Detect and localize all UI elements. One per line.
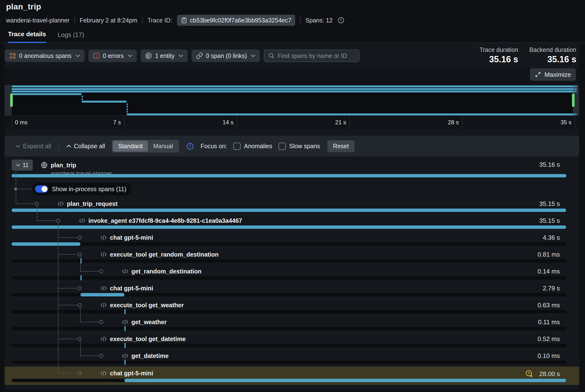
span-row[interactable]: chat gpt-5-mini2.79 s <box>5 282 579 299</box>
span-row[interactable]: execute_tool get_datetime0.52 ms <box>5 333 579 350</box>
collapse-all-button[interactable]: Collapse all <box>66 143 105 150</box>
span-row[interactable]: plan_trip_request35.15 s <box>5 198 579 214</box>
minimap-row <box>12 90 577 93</box>
span-name: chat gpt-5-mini <box>100 284 153 292</box>
code-icon <box>100 336 107 342</box>
slow-spans-checkbox[interactable]: Slow spans <box>278 143 320 150</box>
trace-id-label: Trace ID: <box>148 17 172 24</box>
span-name: plan_trip_request <box>57 200 118 207</box>
anomaly-icon <box>9 52 16 60</box>
page-title: plan_trip <box>6 2 41 11</box>
span-duration: 0.14 ms <box>538 268 560 275</box>
span-search <box>264 50 359 62</box>
gantt-bar[interactable] <box>12 208 566 212</box>
minimap-bar <box>82 98 83 100</box>
axis-tick <box>575 116 575 130</box>
span-row[interactable]: invoke_agent e37fdcf8-9ca4-4e8b-9281-c1e… <box>5 214 579 232</box>
backend-duration-value: 35.16 s <box>529 54 576 64</box>
axis-tick <box>349 116 350 130</box>
mode-standard[interactable]: Standard <box>113 141 148 152</box>
brush-handle-right[interactable] <box>572 94 574 107</box>
search-input[interactable] <box>278 52 355 60</box>
toggle-switch-on[interactable] <box>35 186 48 192</box>
tab-bar: Trace details Logs (17) <box>0 29 585 43</box>
checkbox-icon <box>278 143 286 150</box>
gantt-bar[interactable] <box>124 379 566 382</box>
errors-label: 0 errors <box>103 52 124 60</box>
in-process-toggle[interactable]: Show in-process spans (11) <box>32 183 132 195</box>
minimap-bar <box>82 101 127 102</box>
span-duration: 35.15 s <box>539 217 560 224</box>
span-row[interactable]: chat gpt-5-mini4.36 s <box>5 232 579 248</box>
axis-tick-label: 14 s <box>222 119 233 126</box>
anomalies-checkbox[interactable]: Anomalies <box>233 143 272 150</box>
entity-icon <box>145 52 152 60</box>
span-duration: 35.15 s <box>539 200 560 208</box>
gantt-tick[interactable] <box>124 360 126 365</box>
expand-all-label: Expand all <box>23 143 51 150</box>
minimap-bar <box>12 90 577 92</box>
span-duration: 28.00 s <box>525 370 560 378</box>
maximize-button[interactable]: Maximize <box>530 68 576 81</box>
gantt-bar[interactable] <box>81 293 124 296</box>
span-duration: 0.81 ms <box>538 251 560 258</box>
tab-trace-details[interactable]: Trace details <box>8 30 46 43</box>
gantt-tick[interactable] <box>81 275 82 280</box>
gantt-tick[interactable] <box>81 258 82 264</box>
link-icon <box>196 52 203 60</box>
code-icon <box>79 218 86 224</box>
chevron-down-icon <box>251 54 256 58</box>
in-process-toggle-row[interactable]: Show in-process spans (11) <box>5 180 579 198</box>
brush-handle-left[interactable] <box>10 94 13 107</box>
gantt-tick[interactable] <box>124 309 126 314</box>
minimap-row <box>12 100 577 103</box>
span-name: execute_tool get_weather <box>100 302 184 309</box>
span-row[interactable]: execute_tool get_weather0.63 ms <box>5 299 579 316</box>
entity-filter[interactable]: 1 entity <box>141 50 188 62</box>
gantt-bar[interactable] <box>12 226 566 229</box>
minimap-bar <box>127 111 128 113</box>
minimap-row <box>12 95 577 98</box>
expand-all-button[interactable]: Expand all <box>15 143 51 150</box>
minimap-bar <box>127 108 128 110</box>
span-row[interactable]: execute_tool get_random_destination0.81 … <box>5 248 579 265</box>
clipboard-icon <box>181 17 187 24</box>
span-row[interactable]: get_datetime0.10 ms <box>5 350 579 367</box>
focus-on-label: Focus on: <box>201 143 227 150</box>
gantt-bar[interactable] <box>12 242 81 246</box>
minimap-row <box>12 103 577 106</box>
span-name: invoke_agent e37fdcf8-9ca4-4e8b-9281-c1e… <box>79 217 242 224</box>
filter-chips: 0 anomalous spans 0 errors 1 entity <box>5 50 260 62</box>
tree-controls: Expand all Collapse all Standard Manual … <box>5 136 579 156</box>
tab-logs[interactable]: Logs (17) <box>58 31 84 42</box>
errors-filter[interactable]: 0 errors <box>88 50 137 62</box>
minimap-plot[interactable] <box>12 85 577 116</box>
info-icon[interactable] <box>337 17 345 24</box>
backend-duration-label: Backend duration <box>529 46 576 53</box>
gantt-bar[interactable] <box>12 174 566 178</box>
span-row[interactable]: get_weather0.11 ms <box>5 316 579 333</box>
mode-manual[interactable]: Manual <box>148 141 178 152</box>
minimap-row <box>12 93 577 96</box>
collapse-badge[interactable]: 11 <box>12 160 33 171</box>
span-name: execute_tool get_random_destination <box>100 251 219 258</box>
span-row-root[interactable]: 11plan_tripwanderai-travel-planner35.16 … <box>5 158 579 180</box>
span-links-filter[interactable]: 0 span (0 links) <box>192 50 260 62</box>
trace-id-chip[interactable]: cb53be9fc02f0f7a6e3bb953a3254ec7 <box>177 15 295 26</box>
span-row-highlighted[interactable]: chat gpt-5-mini28.00 s <box>5 367 579 385</box>
anomalous-spans-filter[interactable]: 0 anomalous spans <box>5 50 85 62</box>
axis-tick-label: 21 s <box>335 119 346 126</box>
span-row[interactable]: get_random_destination0.14 ms <box>5 265 579 282</box>
child-count: 11 <box>23 162 29 168</box>
gantt-tick[interactable] <box>124 326 126 331</box>
info-icon[interactable] <box>186 142 194 150</box>
gantt-tick[interactable] <box>124 343 126 348</box>
minimap-bar <box>12 93 82 95</box>
span-duration: 4.36 s <box>543 234 560 242</box>
project-name: wanderai-travel-planner <box>6 17 70 24</box>
duration-stats: Trace duration 35.16 s Backend duration … <box>479 46 579 64</box>
code-icon <box>122 268 129 274</box>
reset-button[interactable]: Reset <box>327 140 355 152</box>
code-icon <box>122 319 129 325</box>
backend-duration-stat: Backend duration 35.16 s <box>529 46 576 64</box>
